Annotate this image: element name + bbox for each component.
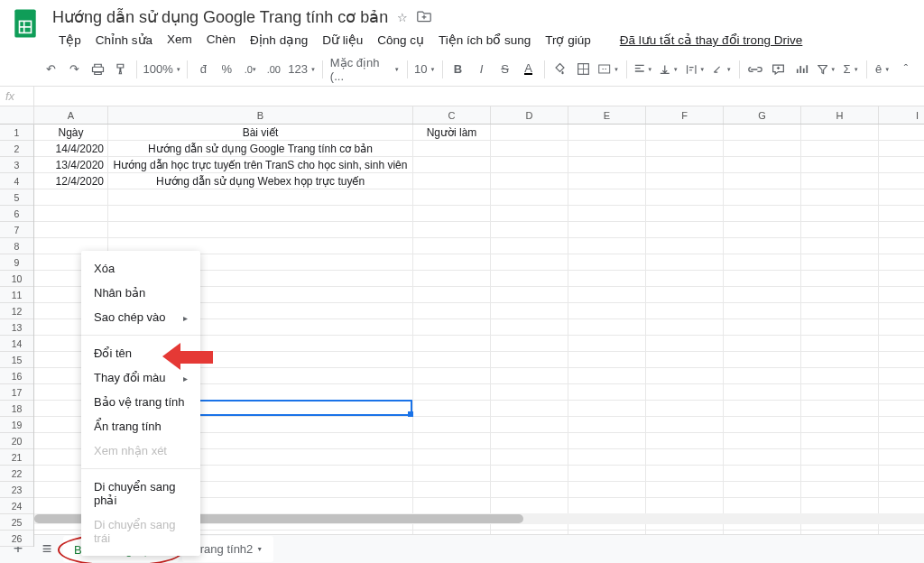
cell-D2[interactable] — [491, 141, 568, 157]
cell-C11[interactable] — [413, 287, 491, 303]
cell-I8[interactable] — [879, 238, 924, 254]
cell-I5[interactable] — [879, 189, 924, 206]
cell-D10[interactable] — [491, 271, 568, 287]
insert-link-button[interactable] — [744, 58, 766, 81]
cell-F17[interactable] — [646, 384, 724, 401]
cell-H20[interactable] — [801, 433, 879, 449]
cell-F20[interactable] — [646, 433, 724, 449]
cell-C23[interactable] — [413, 482, 491, 498]
percent-format-button[interactable]: % — [216, 58, 237, 81]
cell-G16[interactable] — [724, 368, 801, 384]
cell-E18[interactable] — [568, 401, 646, 417]
cell-I7[interactable] — [879, 222, 924, 238]
col-header-G[interactable]: G — [724, 106, 801, 124]
v-align-button[interactable] — [657, 58, 681, 81]
font-size-select[interactable]: 10 — [412, 58, 438, 81]
cell-I15[interactable] — [879, 352, 924, 368]
bold-button[interactable]: B — [448, 58, 469, 81]
cell-G6[interactable] — [724, 206, 801, 222]
row-header-1[interactable]: 1 — [0, 125, 33, 141]
insert-chart-button[interactable] — [791, 58, 813, 81]
cell-C14[interactable] — [413, 336, 491, 352]
app-logo-icon[interactable] — [7, 5, 43, 42]
cell-I4[interactable] — [879, 173, 924, 189]
row-header-11[interactable]: 11 — [0, 287, 33, 303]
row-header-20[interactable]: 20 — [0, 433, 33, 449]
cell-H10[interactable] — [801, 271, 879, 287]
cell-C2[interactable] — [413, 141, 491, 157]
cell-I19[interactable] — [879, 417, 924, 433]
cell-C8[interactable] — [413, 238, 491, 254]
cell-I9[interactable] — [879, 254, 924, 271]
cell-H13[interactable] — [801, 319, 879, 336]
cell-F7[interactable] — [646, 222, 724, 238]
cell-G23[interactable] — [724, 482, 801, 498]
cell-C1[interactable]: Người làm — [413, 125, 491, 141]
cell-C6[interactable] — [413, 206, 491, 222]
cell-F13[interactable] — [646, 319, 724, 336]
paint-format-icon[interactable] — [110, 58, 132, 81]
cell-C15[interactable] — [413, 352, 491, 368]
cell-B6[interactable] — [108, 206, 413, 222]
cell-I12[interactable] — [879, 303, 924, 319]
row-header-13[interactable]: 13 — [0, 319, 33, 336]
star-icon[interactable]: ☆ — [397, 11, 408, 24]
cell-I10[interactable] — [879, 271, 924, 287]
cell-G13[interactable] — [724, 319, 801, 336]
print-icon[interactable] — [87, 58, 108, 81]
col-header-H[interactable]: H — [801, 106, 879, 124]
cell-F22[interactable] — [646, 466, 724, 482]
cell-I21[interactable] — [879, 449, 924, 466]
cell-D17[interactable] — [491, 384, 568, 401]
cell-C3[interactable] — [413, 157, 491, 173]
menu-edit[interactable]: Chỉnh sửa — [89, 29, 159, 51]
cell-F24[interactable] — [646, 498, 724, 514]
input-tools-button[interactable]: ê — [872, 58, 893, 81]
cell-C7[interactable] — [413, 222, 491, 238]
cell-E14[interactable] — [568, 336, 646, 352]
cell-C5[interactable] — [413, 189, 491, 206]
cell-D11[interactable] — [491, 287, 568, 303]
cell-E13[interactable] — [568, 319, 646, 336]
cell-H16[interactable] — [801, 368, 879, 384]
cell-F10[interactable] — [646, 271, 724, 287]
cell-D8[interactable] — [491, 238, 568, 254]
cell-E22[interactable] — [568, 466, 646, 482]
cell-D3[interactable] — [491, 157, 568, 173]
cell-I24[interactable] — [879, 498, 924, 514]
cell-C20[interactable] — [413, 433, 491, 449]
cell-D21[interactable] — [491, 449, 568, 466]
menu-tools[interactable]: Công cụ — [371, 29, 430, 51]
row-header-8[interactable]: 8 — [0, 238, 33, 254]
cell-D16[interactable] — [491, 368, 568, 384]
row-header-21[interactable]: 21 — [0, 449, 33, 466]
increase-decimal-button[interactable]: .00 — [263, 58, 284, 81]
cell-E3[interactable] — [568, 157, 646, 173]
row-header-9[interactable]: 9 — [0, 254, 33, 271]
undo-icon[interactable]: ↶ — [40, 58, 61, 81]
text-color-button[interactable]: A — [518, 58, 540, 81]
cell-H12[interactable] — [801, 303, 879, 319]
filter-button[interactable] — [815, 58, 839, 81]
cell-G22[interactable] — [724, 466, 801, 482]
ctx-nhân-bản[interactable]: Nhân bản — [81, 281, 200, 305]
italic-button[interactable]: I — [471, 58, 493, 81]
cell-F4[interactable] — [646, 173, 724, 189]
col-header-E[interactable]: E — [568, 106, 646, 124]
cell-G12[interactable] — [724, 303, 801, 319]
cell-A3[interactable]: 13/4/2020 — [34, 157, 108, 173]
cell-I17[interactable] — [879, 384, 924, 401]
cell-A1[interactable]: Ngày — [34, 125, 108, 141]
menu-file[interactable]: Tệp — [52, 29, 88, 51]
cell-D22[interactable] — [491, 466, 568, 482]
ctx-ẩn-trang-tính[interactable]: Ẩn trang tính — [81, 414, 200, 438]
cell-B2[interactable]: Hướng dẫn sử dụng Google Trang tính cơ b… — [108, 141, 413, 157]
row-header-4[interactable]: 4 — [0, 173, 33, 189]
cell-F18[interactable] — [646, 401, 724, 417]
cell-G5[interactable] — [724, 189, 801, 206]
cell-B5[interactable] — [108, 189, 413, 206]
cell-G8[interactable] — [724, 238, 801, 254]
cell-G19[interactable] — [724, 417, 801, 433]
cell-H23[interactable] — [801, 482, 879, 498]
cell-H6[interactable] — [801, 206, 879, 222]
